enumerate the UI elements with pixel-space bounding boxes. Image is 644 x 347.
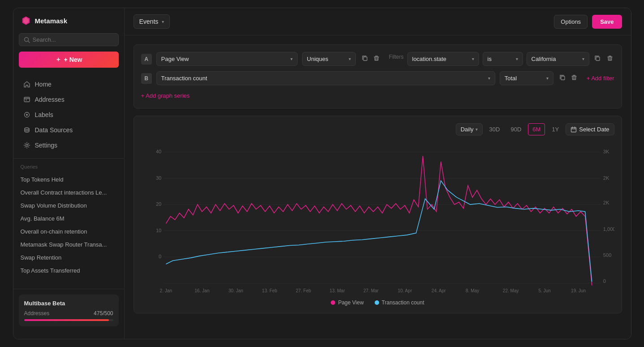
series-a-actions xyxy=(360,54,381,64)
range-6m-button[interactable]: 6M xyxy=(528,123,545,135)
query-item[interactable]: Top Tokens Held xyxy=(13,173,124,186)
svg-text:20: 20 xyxy=(156,201,161,207)
addresses-count: 475/500 xyxy=(94,310,113,317)
svg-text:13. Mar: 13. Mar xyxy=(329,288,345,293)
range-30d-button[interactable]: 30D xyxy=(485,124,504,135)
filter-delete-button[interactable] xyxy=(605,54,614,64)
save-button[interactable]: Save xyxy=(592,15,622,29)
search-box[interactable] xyxy=(19,33,119,46)
granularity-select[interactable]: Daily ▾ xyxy=(456,123,483,135)
svg-text:2K: 2K xyxy=(603,175,609,181)
svg-text:16. Jan: 16. Jan xyxy=(194,288,209,293)
content-area: A Page View ▾ Uniques ▾ xyxy=(125,35,631,339)
svg-point-8 xyxy=(26,114,28,116)
queries-section-label: Queries xyxy=(13,164,124,173)
svg-text:13. Feb: 13. Feb xyxy=(262,288,277,293)
sidebar-bottom: Multibase Beta Addresses 475/500 xyxy=(13,289,124,332)
select-date-button[interactable]: Select Date xyxy=(566,123,614,135)
filter-copy-button[interactable] xyxy=(593,54,602,64)
addresses-label: Addresses xyxy=(24,310,50,317)
add-filter-button[interactable]: + Add filter xyxy=(587,73,614,83)
svg-rect-13 xyxy=(561,76,565,80)
copy-icon xyxy=(362,55,368,61)
svg-text:40: 40 xyxy=(156,149,161,154)
sidebar-item-labels[interactable]: Labels xyxy=(16,107,121,122)
progress-fill xyxy=(24,319,109,321)
query-item[interactable]: Metamask Swap Router Transa... xyxy=(13,238,124,251)
svg-text:3K: 3K xyxy=(603,149,609,154)
options-button[interactable]: Options xyxy=(554,15,588,29)
chart-container: 40 30 20 10 0 3K 2K 2K 1,000 500 0 2. Ja xyxy=(141,143,614,295)
series-row-b: B Transaction count ▾ Total ▾ xyxy=(141,71,614,85)
transaction-count-dot xyxy=(375,300,379,305)
svg-text:30: 30 xyxy=(156,175,161,181)
svg-text:8. May: 8. May xyxy=(466,288,480,293)
chevron-down-icon: ▾ xyxy=(488,76,490,81)
chevron-down-icon: ▾ xyxy=(349,56,351,61)
svg-text:0: 0 xyxy=(603,278,605,284)
progress-bar xyxy=(24,319,113,321)
svg-text:27. Feb: 27. Feb xyxy=(296,288,311,293)
sidebar-item-home[interactable]: Home xyxy=(16,77,121,92)
main-content: Events ▾ Options Save A Page View ▾ xyxy=(125,8,631,339)
trash-icon xyxy=(373,55,380,61)
chart-svg: 40 30 20 10 0 3K 2K 2K 1,000 500 0 2. Ja xyxy=(141,143,614,295)
series-a-delete-button[interactable] xyxy=(372,54,381,64)
series-b-event-select[interactable]: Transaction count ▾ xyxy=(156,71,495,85)
filter-value-select[interactable]: California ▾ xyxy=(527,52,589,66)
search-icon xyxy=(24,37,30,43)
sidebar-item-data-sources[interactable]: Data Sources xyxy=(16,122,121,138)
sidebar-item-addresses[interactable]: Addresses xyxy=(16,92,121,107)
chart-panel: Daily ▾ 30D 90D 6M 1Y Select xyxy=(134,116,622,313)
query-item[interactable]: Overall on-chain retention xyxy=(13,225,124,238)
svg-line-3 xyxy=(28,41,30,43)
filter-operator-select[interactable]: is ▾ xyxy=(483,52,523,66)
query-item[interactable]: Swap Volume Distribution xyxy=(13,199,124,212)
range-1y-button[interactable]: 1Y xyxy=(548,124,563,135)
series-b-copy-button[interactable] xyxy=(558,73,567,83)
chevron-down-icon: ▾ xyxy=(290,56,293,61)
svg-text:24. Apr: 24. Apr xyxy=(431,288,445,293)
sidebar: Metamask ＋ + New Home Addresses xyxy=(13,8,125,339)
chevron-down-icon: ▾ xyxy=(475,127,478,132)
top-bar: Events ▾ Options Save xyxy=(125,8,631,35)
sidebar-item-settings[interactable]: Settings xyxy=(16,138,121,153)
svg-rect-4 xyxy=(24,97,30,102)
add-series-button[interactable]: + Add graph series xyxy=(141,91,190,101)
range-90d-button[interactable]: 90D xyxy=(506,124,525,135)
svg-text:19. Jun: 19. Jun xyxy=(571,288,586,293)
new-button[interactable]: ＋ + New xyxy=(19,52,119,68)
query-item[interactable]: Top Assets Transferred xyxy=(13,264,124,277)
svg-text:1,000: 1,000 xyxy=(603,226,614,231)
svg-text:2. Jan: 2. Jan xyxy=(160,288,172,293)
events-dropdown[interactable]: Events ▾ xyxy=(134,14,170,29)
app-title: Metamask xyxy=(35,17,68,25)
chevron-down-icon: ▾ xyxy=(546,76,549,81)
multibase-title: Multibase Beta xyxy=(24,300,113,307)
query-item[interactable]: Overall Contract interactions Le... xyxy=(13,186,124,199)
metamask-icon xyxy=(21,15,31,26)
series-a-event-select[interactable]: Page View ▾ xyxy=(156,52,298,66)
series-b-delete-button[interactable] xyxy=(570,73,579,83)
svg-text:0: 0 xyxy=(159,254,161,259)
top-bar-right: Options Save xyxy=(554,15,622,29)
page-view-dot xyxy=(331,300,335,305)
series-a-type-select[interactable]: Uniques ▾ xyxy=(302,52,356,66)
svg-rect-11 xyxy=(363,57,367,61)
add-filter-area: + Add filter xyxy=(587,73,614,83)
query-item[interactable]: Swap Retention xyxy=(13,251,124,264)
query-item[interactable]: Avg. Balance 6M xyxy=(13,212,124,225)
svg-text:5. Jun: 5. Jun xyxy=(538,288,551,293)
series-a-label: A xyxy=(141,54,152,65)
legend-page-view: Page View xyxy=(331,299,363,306)
chevron-down-icon: ▾ xyxy=(582,56,584,61)
search-input[interactable] xyxy=(33,36,114,43)
trash-icon xyxy=(607,55,613,61)
svg-text:2K: 2K xyxy=(603,200,609,205)
filter-field-select[interactable]: location.state ▾ xyxy=(407,52,479,66)
svg-text:30. Jan: 30. Jan xyxy=(228,288,243,293)
svg-point-9 xyxy=(25,128,29,130)
series-b-type-select[interactable]: Total ▾ xyxy=(500,71,553,85)
svg-text:10. Apr: 10. Apr xyxy=(398,288,412,293)
series-a-copy-button[interactable] xyxy=(360,54,369,64)
